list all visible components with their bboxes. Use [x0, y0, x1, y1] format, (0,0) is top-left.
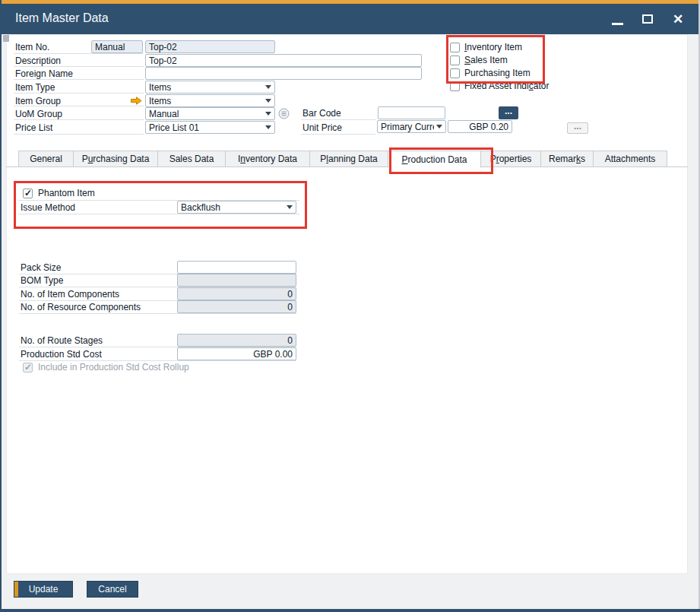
- update-button[interactable]: Update: [14, 581, 73, 598]
- inventory-item-checkbox[interactable]: [450, 43, 460, 52]
- purchasing-item-label: Purchasing Item: [464, 68, 531, 78]
- window-title: Item Master Data: [15, 11, 109, 25]
- fixed-asset-indicator-label: Fixed Asset Indicator: [464, 81, 549, 91]
- unit-price-ellipsis-button[interactable]: ...: [567, 122, 588, 134]
- tab-bar: General Purchasing Data Sales Data Inven…: [6, 151, 688, 167]
- uom-list-icon[interactable]: [278, 108, 290, 119]
- maximize-button[interactable]: [638, 9, 657, 29]
- phantom-item-label: Phantom Item: [38, 188, 95, 198]
- tab-remarks[interactable]: Remarks: [540, 151, 594, 167]
- description-input[interactable]: Top-02: [145, 54, 422, 67]
- window-border-bottom: [0, 609, 700, 612]
- tab-inventory-data[interactable]: Inventory Data: [225, 151, 310, 167]
- chevron-down-icon: [287, 205, 293, 209]
- item-no-input[interactable]: Top-02: [145, 40, 275, 53]
- title-bar: Item Master Data ✕: [0, 4, 700, 34]
- tab-general[interactable]: General: [18, 151, 74, 167]
- item-no-label: Item No.: [15, 42, 49, 52]
- production-std-cost-input[interactable]: GBP 0.00: [177, 347, 296, 360]
- chevron-down-icon: [436, 125, 442, 128]
- route-stages-label: No. of Route Stages: [21, 335, 103, 346]
- window-border-left: [0, 0, 2, 612]
- chevron-down-icon: [265, 85, 271, 89]
- item-type-label: Item Type: [15, 82, 55, 93]
- tab-properties[interactable]: Properties: [480, 151, 541, 167]
- bar-code-label: Bar Code: [302, 108, 341, 119]
- sales-item-label: Sales Item: [464, 55, 508, 65]
- phantom-item-checkbox[interactable]: [23, 189, 33, 198]
- price-list-select[interactable]: Price List 01: [145, 121, 275, 134]
- foreign-name-input[interactable]: [145, 67, 422, 80]
- maximize-icon: [642, 14, 653, 24]
- link-arrow-icon[interactable]: [131, 97, 142, 105]
- chevron-down-icon: [265, 112, 271, 116]
- description-label: Description: [15, 55, 61, 66]
- item-no-series-field[interactable]: Manual: [91, 40, 143, 53]
- item-group-label: Item Group: [15, 96, 61, 106]
- production-std-cost-label: Production Std Cost: [21, 349, 102, 360]
- tab-sales-data[interactable]: Sales Data: [157, 151, 226, 167]
- bar-code-input[interactable]: [378, 106, 445, 119]
- route-stages-field: 0: [177, 334, 296, 347]
- bar-code-ellipsis-button[interactable]: ...: [499, 106, 518, 119]
- resource-components-label: No. of Resource Components: [21, 302, 141, 312]
- uom-group-label: UoM Group: [15, 109, 62, 119]
- chevron-down-icon: [265, 99, 271, 103]
- minimize-button[interactable]: [607, 9, 627, 29]
- unit-price-input[interactable]: GBP 0.20: [448, 120, 512, 133]
- tab-attachments[interactable]: Attachments: [593, 151, 667, 167]
- fixed-asset-indicator-checkbox[interactable]: [450, 81, 460, 91]
- pack-size-label: Pack Size: [21, 262, 61, 273]
- inventory-item-label: Inventory Item: [464, 42, 522, 52]
- item-group-select[interactable]: Items: [145, 94, 275, 107]
- uom-group-select[interactable]: Manual: [145, 107, 275, 120]
- item-components-field: 0: [177, 287, 296, 300]
- std-cost-rollup-checkbox: [23, 363, 33, 373]
- bom-type-field: [177, 274, 296, 287]
- resize-grip: [3, 35, 9, 42]
- bom-type-label: BOM Type: [21, 275, 63, 286]
- update-accent-bar: [14, 582, 18, 597]
- tab-production-data[interactable]: Production Data: [388, 151, 481, 168]
- foreign-name-label: Foreign Name: [15, 68, 73, 79]
- chevron-down-icon: [265, 125, 271, 129]
- cancel-button[interactable]: Cancel: [87, 581, 138, 598]
- sales-item-checkbox[interactable]: [450, 55, 460, 65]
- std-cost-rollup-label: Include in Production Std Cost Rollup: [38, 362, 189, 373]
- issue-method-label: Issue Method: [21, 202, 75, 213]
- tab-planning-data[interactable]: Planning Data: [309, 151, 388, 167]
- price-list-label: Price List: [15, 122, 52, 133]
- purchasing-item-checkbox[interactable]: [450, 68, 460, 78]
- close-button[interactable]: ✕: [668, 9, 688, 29]
- close-icon: ✕: [673, 13, 683, 26]
- item-type-select[interactable]: Items: [145, 81, 275, 94]
- item-master-data-window: Item Master Data ✕ Item No. Manual Top-0…: [0, 0, 700, 612]
- unit-price-label: Unit Price: [302, 122, 342, 133]
- unit-price-currency-select[interactable]: Primary Currer: [377, 120, 446, 133]
- item-components-label: No. of Item Components: [21, 289, 119, 300]
- minimize-icon: [612, 23, 623, 25]
- resource-components-field: 0: [177, 300, 296, 313]
- issue-method-select[interactable]: Backflush: [177, 201, 296, 214]
- pack-size-input[interactable]: [177, 261, 296, 274]
- tab-purchasing-data[interactable]: Purchasing Data: [73, 151, 158, 167]
